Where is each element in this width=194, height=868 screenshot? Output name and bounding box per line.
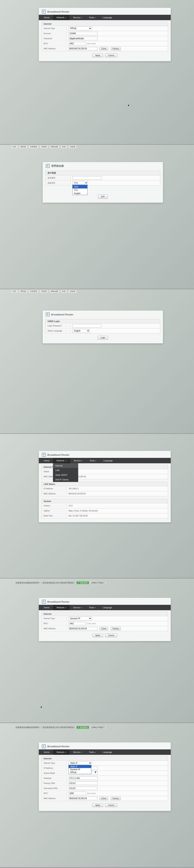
browser-tab[interactable]: 无标题: [40, 290, 48, 293]
browser-tab[interactable]: 无标题: [69, 145, 76, 148]
clone-button[interactable]: Clone: [99, 47, 108, 50]
brand-row: K Broadband Router: [43, 311, 163, 317]
menu-lan[interactable]: LAN: [53, 468, 78, 473]
tab-network[interactable]: Network: [53, 605, 69, 610]
tab-network[interactable]: Network Internet LAN Static DHCP DHCP Cl…: [53, 458, 70, 463]
button-row: 登录: [43, 194, 163, 199]
apply-button[interactable]: Apply: [92, 803, 103, 807]
lang-option-zh[interactable]: 中文: [72, 188, 87, 192]
select-language[interactable]: English: [72, 329, 90, 333]
tab-tools[interactable]: Tools: [85, 749, 99, 755]
type-option-dynamic[interactable]: Dynamic IP: [69, 768, 91, 771]
type-option-static[interactable]: Static IP: [69, 765, 91, 768]
menu-dhcp-clients[interactable]: DHCP Clients: [53, 477, 78, 482]
browser-tab[interactable]: 百度搜索: [29, 145, 38, 148]
select-internet-type[interactable]: Dynamic IP: [68, 617, 92, 620]
input-mtu[interactable]: [68, 42, 86, 45]
tab-tools[interactable]: Tools: [86, 458, 100, 463]
tab-network[interactable]: Network: [53, 15, 69, 20]
input-mtu[interactable]: [68, 622, 86, 625]
row-buildtime: Build Time Dec 12 2017 09:10:29: [41, 514, 168, 519]
tab-service[interactable]: Service: [70, 458, 86, 463]
cancel-button[interactable]: Cancel: [105, 803, 117, 807]
tab-language[interactable]: Language: [99, 605, 116, 610]
input-login-password[interactable]: [72, 176, 101, 180]
lang-option-auto[interactable]: 自动: [72, 185, 87, 188]
browser-tab[interactable]: 多看: [61, 145, 67, 148]
section-login: 用户登录: [45, 170, 160, 176]
apply-button[interactable]: Apply: [92, 633, 103, 637]
tab-tools[interactable]: Tools: [85, 15, 99, 20]
row-ip: IP Address: [41, 766, 168, 771]
brand-title: Broadband Router: [51, 313, 73, 316]
save-yes-button[interactable]: ✔ 安全保存: [77, 582, 89, 584]
tab-service[interactable]: Service: [70, 605, 86, 610]
browser-tab[interactable]: 网络收藏: [50, 290, 59, 293]
menu-internet[interactable]: Internet: [53, 463, 78, 468]
cancel-button[interactable]: Cancel: [105, 633, 117, 637]
row-dns2: Secondary DNS: [41, 786, 168, 791]
browser-tab[interactable]: ‎网页微: [20, 290, 27, 293]
label-ip: IP Address: [42, 766, 67, 770]
tab-home[interactable]: Home: [40, 749, 53, 755]
tab-language[interactable]: Language: [99, 749, 116, 755]
input-account[interactable]: [68, 32, 98, 35]
tab-language[interactable]: Language: [99, 15, 116, 20]
row-version: Version V1.0: [41, 503, 168, 508]
browser-tab[interactable]: 百度搜索: [29, 290, 38, 293]
cancel-button[interactable]: Cancel: [105, 54, 117, 57]
tab-language[interactable]: Language: [100, 458, 116, 463]
browser-tab[interactable]: 知乎: [12, 145, 18, 148]
save-no-button[interactable]: 此网站不再提示: [90, 726, 106, 728]
tab-home[interactable]: Home: [40, 15, 53, 20]
input-mac[interactable]: [68, 797, 98, 800]
value-wan-mac: B0:E9:AC:91:D9:CA: [67, 475, 168, 478]
brand-row: K Broadband Router: [39, 451, 171, 458]
input-mtu[interactable]: [68, 792, 86, 795]
router-logo-icon: K: [46, 312, 50, 316]
browser-tab[interactable]: 无标题: [40, 145, 48, 148]
tab-network[interactable]: Network: [53, 749, 69, 755]
input-login-password[interactable]: [72, 324, 101, 328]
input-dns1[interactable]: [68, 782, 98, 785]
input-password[interactable]: [68, 37, 98, 40]
login-button[interactable]: 登录: [98, 194, 108, 199]
tab-service[interactable]: Service: [70, 15, 86, 20]
browser-tab[interactable]: ‎网页微: [20, 145, 27, 148]
apply-button[interactable]: Apply: [92, 54, 103, 57]
menu-static-dhcp[interactable]: Static DHCP: [53, 473, 78, 477]
type-option-pppoe[interactable]: PPPoE: [69, 771, 91, 774]
save-no-button[interactable]: 此网站不再提示: [90, 582, 106, 584]
select-language[interactable]: 中文: [72, 181, 88, 185]
clone-button[interactable]: Clone: [99, 797, 108, 800]
input-dns2[interactable]: [68, 787, 98, 790]
input-mac[interactable]: [68, 47, 98, 50]
browser-tab[interactable]: 知乎: [12, 290, 18, 293]
value-buildtime: Dec 12 2017 09:10:29: [67, 514, 168, 518]
lang-option-en[interactable]: English: [72, 192, 87, 195]
login-button[interactable]: Login: [98, 336, 108, 339]
browser-tab[interactable]: 无标题: [69, 290, 76, 293]
tab-home[interactable]: Home: [40, 605, 53, 610]
label-mtu: MTU: [42, 792, 67, 795]
router-logo-icon: K: [46, 164, 50, 168]
factory-button[interactable]: Factory: [111, 627, 121, 630]
tab-home[interactable]: Home: [40, 458, 53, 463]
label-internet-type: Internet Type: [42, 761, 67, 765]
factory-button[interactable]: Factory: [111, 797, 121, 800]
browser-tab[interactable]: 网络收藏: [50, 145, 59, 148]
factory-button[interactable]: Factory: [111, 47, 121, 50]
input-mac[interactable]: [68, 627, 98, 630]
router-page: K Broadband Router USER Login Login Pass…: [43, 311, 163, 343]
input-gateway[interactable]: [68, 777, 98, 780]
select-internet-type[interactable]: Static IP: [68, 761, 92, 765]
select-internet-type[interactable]: PPPoE: [68, 27, 92, 30]
brand-title: Broadband Router: [47, 10, 69, 13]
section-login: USER Login: [45, 319, 160, 323]
save-yes-button[interactable]: ✔ 安全保存: [77, 726, 89, 728]
tab-service[interactable]: Service: [70, 749, 86, 755]
browser-tab[interactable]: 多看: [61, 290, 67, 293]
clone-button[interactable]: Clone: [99, 627, 108, 630]
tab-tools[interactable]: Tools: [85, 605, 99, 610]
label-password: Password: [42, 37, 67, 40]
